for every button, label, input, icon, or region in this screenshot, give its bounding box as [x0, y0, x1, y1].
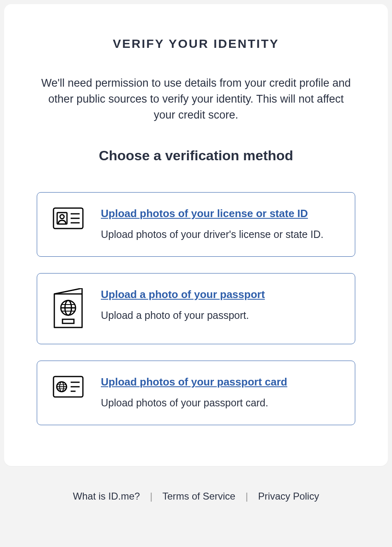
- method-text: Upload a photo of your passport Upload a…: [101, 288, 340, 323]
- method-option-passport-card[interactable]: Upload photos of your passport card Uplo…: [37, 361, 355, 425]
- footer-separator: |: [245, 491, 248, 502]
- intro-text: We'll need permission to use details fro…: [37, 75, 355, 123]
- footer-link-privacy[interactable]: Privacy Policy: [258, 491, 319, 502]
- svg-point-2: [60, 215, 64, 219]
- footer-link-what-is-idme[interactable]: What is ID.me?: [73, 491, 140, 502]
- method-desc: Upload photos of your driver's license o…: [101, 227, 340, 242]
- footer-separator: |: [150, 491, 152, 502]
- footer-link-terms[interactable]: Terms of Service: [163, 491, 236, 502]
- method-title-link[interactable]: Upload a photo of your passport: [101, 288, 340, 301]
- method-desc: Upload a photo of your passport.: [101, 308, 340, 323]
- passport-card-icon: [52, 376, 85, 398]
- method-option-license[interactable]: Upload photos of your license or state I…: [37, 192, 355, 257]
- method-desc: Upload photos of your passport card.: [101, 396, 340, 410]
- method-text: Upload photos of your license or state I…: [101, 207, 340, 242]
- verification-card: VERIFY YOUR IDENTITY We'll need permissi…: [4, 4, 388, 466]
- footer-links: What is ID.me? | Terms of Service | Priv…: [4, 491, 388, 502]
- svg-rect-12: [62, 319, 74, 323]
- method-title-link[interactable]: Upload photos of your passport card: [101, 376, 340, 388]
- method-text: Upload photos of your passport card Uplo…: [101, 376, 340, 410]
- subtitle: Choose a verification method: [37, 148, 355, 164]
- method-title-link[interactable]: Upload photos of your license or state I…: [101, 207, 340, 220]
- method-option-passport[interactable]: Upload a photo of your passport Upload a…: [37, 273, 355, 344]
- page-title: VERIFY YOUR IDENTITY: [37, 37, 355, 51]
- passport-icon: [52, 288, 85, 329]
- id-card-icon: [52, 207, 85, 229]
